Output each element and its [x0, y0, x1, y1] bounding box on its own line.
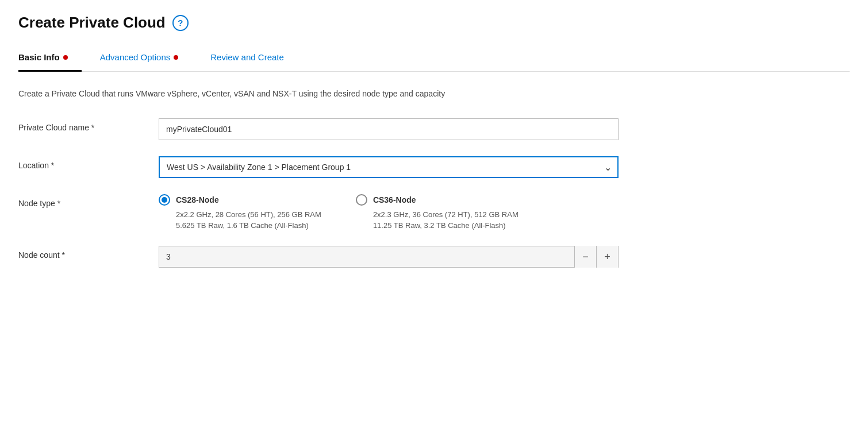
- node-type-row: Node type * CS28-Node 2x2.2 GHz, 28 Core…: [18, 194, 850, 230]
- tab-basic-info-dot: [63, 55, 68, 60]
- page-title: Create Private Cloud: [18, 14, 166, 32]
- node-option-cs28-header: CS28-Node: [159, 194, 321, 206]
- tab-basic-info[interactable]: Basic Info: [18, 45, 82, 72]
- private-cloud-name-input[interactable]: [159, 118, 619, 140]
- location-row: Location * West US > Availability Zone 1…: [18, 156, 850, 178]
- node-type-options: CS28-Node 2x2.2 GHz, 28 Cores (56 HT), 2…: [159, 194, 619, 230]
- location-select[interactable]: West US > Availability Zone 1 > Placemen…: [159, 156, 619, 178]
- node-count-decrement-button[interactable]: −: [574, 246, 596, 268]
- form-section: Private Cloud name * Location * West US …: [18, 118, 850, 268]
- node-option-cs36: CS36-Node 2x2.3 GHz, 36 Cores (72 HT), 5…: [356, 194, 519, 230]
- help-icon[interactable]: ?: [172, 15, 189, 31]
- page-header: Create Private Cloud ?: [18, 14, 850, 32]
- location-control: West US > Availability Zone 1 > Placemen…: [159, 156, 619, 178]
- node-count-wrapper: 3 − +: [159, 246, 619, 268]
- node-cs36-spec1: 2x2.3 GHz, 36 Cores (72 HT), 512 GB RAM: [356, 210, 519, 219]
- location-label: Location *: [18, 156, 145, 170]
- plus-icon: +: [604, 251, 610, 263]
- form-description: Create a Private Cloud that runs VMware …: [18, 88, 850, 100]
- node-count-control: 3 − +: [159, 246, 619, 268]
- tab-review-create[interactable]: Review and Create: [210, 45, 298, 72]
- radio-cs36[interactable]: [356, 194, 367, 206]
- node-option-cs36-header: CS36-Node: [356, 194, 519, 206]
- radio-cs28[interactable]: [159, 194, 170, 206]
- node-option-cs28: CS28-Node 2x2.2 GHz, 28 Cores (56 HT), 2…: [159, 194, 321, 230]
- tab-advanced-options[interactable]: Advanced Options: [100, 45, 193, 72]
- tab-basic-info-label: Basic Info: [18, 52, 60, 62]
- node-count-label: Node count *: [18, 246, 145, 260]
- private-cloud-name-label: Private Cloud name *: [18, 118, 145, 132]
- tab-review-create-label: Review and Create: [210, 52, 284, 62]
- private-cloud-name-row: Private Cloud name *: [18, 118, 850, 140]
- node-type-label: Node type *: [18, 194, 145, 208]
- private-cloud-name-control: [159, 118, 619, 140]
- tab-advanced-options-dot: [174, 55, 178, 60]
- node-count-increment-button[interactable]: +: [596, 246, 618, 268]
- node-cs28-name: CS28-Node: [176, 195, 219, 204]
- node-cs28-spec2: 5.625 TB Raw, 1.6 TB Cache (All-Flash): [159, 221, 321, 230]
- node-cs28-spec1: 2x2.2 GHz, 28 Cores (56 HT), 256 GB RAM: [159, 210, 321, 219]
- tab-advanced-options-label: Advanced Options: [100, 52, 171, 62]
- node-cs36-spec2: 11.25 TB Raw, 3.2 TB Cache (All-Flash): [356, 221, 519, 230]
- node-count-row: Node count * 3 − +: [18, 246, 850, 268]
- node-cs36-name: CS36-Node: [373, 195, 416, 204]
- node-count-value: 3: [159, 252, 574, 261]
- tabs-container: Basic Info Advanced Options Review and C…: [18, 45, 850, 72]
- node-type-control: CS28-Node 2x2.2 GHz, 28 Cores (56 HT), 2…: [159, 194, 619, 230]
- minus-icon: −: [582, 251, 589, 263]
- location-select-wrapper: West US > Availability Zone 1 > Placemen…: [159, 156, 619, 178]
